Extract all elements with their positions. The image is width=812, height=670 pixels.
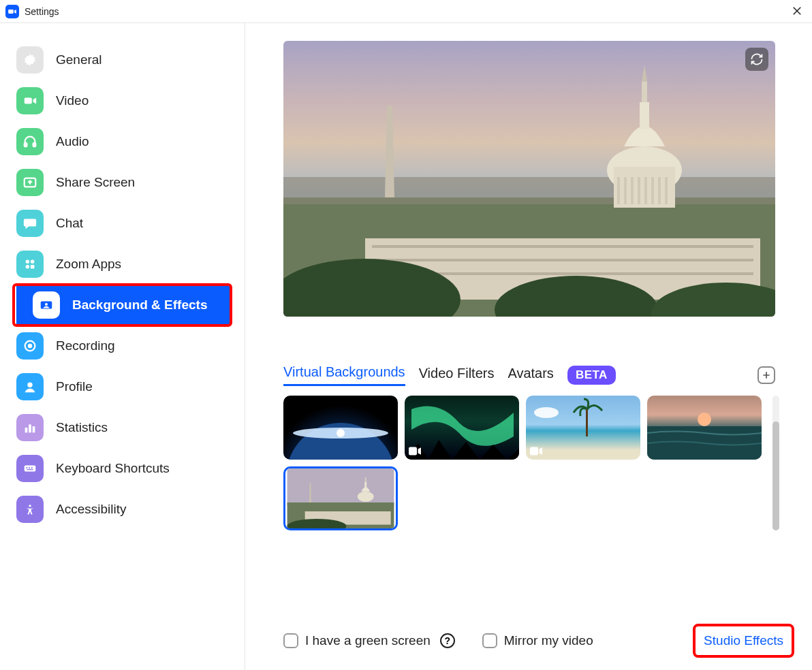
mirror-video-checkbox[interactable]: [482, 633, 497, 648]
sidebar-item-general[interactable]: General: [0, 39, 245, 80]
svg-rect-31: [640, 102, 649, 129]
settings-sidebar: General Video Audio Share Screen Chat: [0, 23, 245, 670]
beta-badge: BETA: [567, 366, 616, 385]
sidebar-item-label: Audio: [56, 134, 89, 149]
sidebar-item-label: Video: [56, 93, 89, 108]
sidebar-item-label: General: [56, 52, 102, 67]
svg-rect-55: [530, 447, 538, 456]
svg-rect-35: [624, 177, 627, 204]
svg-rect-32: [642, 82, 647, 102]
main-panel: Virtual Backgrounds Video Filters Avatar…: [245, 23, 812, 670]
sidebar-item-label: Statistics: [56, 420, 108, 435]
title-bar: Settings: [0, 0, 812, 23]
video-indicator-icon: [409, 447, 421, 456]
green-screen-help-icon[interactable]: ?: [440, 633, 455, 648]
svg-point-56: [698, 413, 711, 426]
sidebar-item-label: Zoom Apps: [56, 257, 121, 272]
svg-point-6: [26, 260, 30, 264]
rotate-camera-button[interactable]: [745, 48, 768, 71]
tab-virtual-backgrounds[interactable]: Virtual Backgrounds: [283, 364, 405, 386]
svg-rect-9: [31, 265, 34, 269]
background-thumb-beach[interactable]: [526, 396, 640, 460]
mirror-video-label: Mirror my video: [504, 633, 593, 648]
sidebar-item-recording[interactable]: Recording: [0, 325, 245, 366]
svg-rect-36: [631, 177, 634, 204]
svg-point-7: [31, 260, 34, 264]
svg-rect-22: [27, 469, 33, 470]
svg-point-14: [27, 383, 32, 387]
svg-rect-17: [33, 426, 35, 432]
studio-effects-button[interactable]: Studio Effects: [696, 626, 792, 655]
window-title: Settings: [25, 6, 59, 17]
svg-point-24: [29, 505, 31, 507]
sidebar-item-statistics[interactable]: Statistics: [0, 407, 245, 448]
video-indicator-icon: [530, 447, 542, 456]
add-background-button[interactable]: [758, 366, 775, 384]
green-screen-checkbox[interactable]: [283, 633, 298, 648]
accessibility-icon: [16, 496, 44, 523]
svg-rect-27: [283, 177, 775, 204]
svg-point-61: [358, 492, 374, 502]
profile-icon: [16, 373, 44, 400]
sidebar-item-label: Accessibility: [56, 502, 126, 517]
chat-icon: [16, 210, 44, 237]
sidebar-item-share-screen[interactable]: Share Screen: [0, 162, 245, 203]
svg-point-11: [45, 303, 48, 306]
sidebar-item-accessibility[interactable]: Accessibility: [0, 489, 245, 530]
footer-controls: I have a green screen ? Mirror my video …: [283, 626, 792, 655]
svg-rect-40: [658, 177, 661, 204]
background-thumbnails: [283, 396, 768, 530]
svg-rect-4: [33, 143, 36, 147]
video-preview: [283, 41, 775, 317]
svg-rect-54: [586, 409, 588, 436]
share-screen-icon: [16, 169, 44, 196]
scrollbar-thumb[interactable]: [772, 421, 779, 530]
background-thumb-ocean[interactable]: [647, 396, 762, 460]
background-effects-icon: [33, 291, 60, 319]
tab-avatars[interactable]: Avatars: [507, 366, 553, 385]
sidebar-item-video[interactable]: Video: [0, 80, 245, 121]
sidebar-item-label: Profile: [56, 379, 93, 394]
svg-rect-52: [409, 447, 417, 456]
svg-rect-39: [651, 177, 654, 204]
background-thumb-aurora[interactable]: [405, 396, 519, 460]
recording-icon: [16, 332, 44, 360]
thumbnails-scrollbar[interactable]: [772, 396, 779, 530]
svg-rect-41: [665, 177, 668, 204]
svg-rect-20: [29, 467, 30, 468]
sidebar-item-chat[interactable]: Chat: [0, 203, 245, 244]
green-screen-label: I have a green screen: [305, 633, 431, 648]
svg-rect-15: [25, 428, 28, 432]
video-icon: [16, 87, 44, 114]
svg-rect-19: [27, 467, 28, 468]
svg-rect-62: [364, 482, 366, 488]
sidebar-item-keyboard-shortcuts[interactable]: Keyboard Shortcuts: [0, 448, 245, 489]
svg-rect-34: [617, 177, 620, 204]
sidebar-item-label: Background & Effects: [72, 298, 207, 313]
sidebar-item-label: Keyboard Shortcuts: [56, 461, 170, 476]
svg-rect-2: [25, 97, 32, 103]
sidebar-item-zoom-apps[interactable]: Zoom Apps: [0, 244, 245, 285]
svg-point-51: [337, 429, 345, 437]
sidebar-item-label: Chat: [56, 216, 83, 231]
sidebar-item-background-effects[interactable]: Background & Effects: [16, 285, 231, 325]
svg-rect-58: [287, 468, 394, 505]
svg-rect-44: [372, 259, 753, 261]
svg-point-13: [28, 344, 32, 348]
headphones-icon: [16, 128, 44, 155]
statistics-icon: [16, 414, 44, 441]
sidebar-item-profile[interactable]: Profile: [0, 366, 245, 407]
keyboard-icon: [16, 455, 44, 482]
tab-video-filters[interactable]: Video Filters: [419, 366, 495, 385]
svg-rect-3: [25, 143, 27, 147]
studio-effects-label: Studio Effects: [704, 633, 783, 648]
sidebar-item-audio[interactable]: Audio: [0, 121, 245, 162]
svg-rect-21: [31, 467, 33, 468]
background-thumb-capitol[interactable]: [283, 466, 398, 530]
background-thumb-earth[interactable]: [283, 396, 398, 460]
sidebar-item-label: Share Screen: [56, 175, 135, 190]
zoom-app-icon: [5, 5, 19, 18]
svg-point-8: [26, 265, 30, 269]
close-button[interactable]: [789, 3, 805, 19]
preview-image-capitol: [283, 41, 775, 317]
